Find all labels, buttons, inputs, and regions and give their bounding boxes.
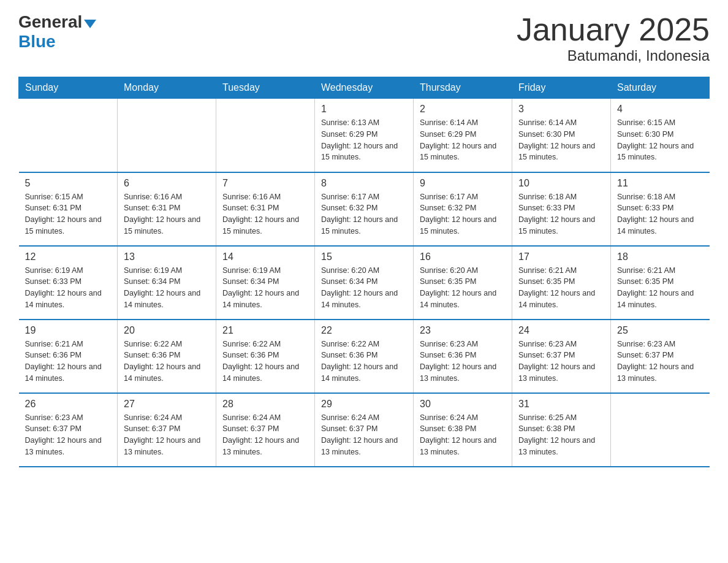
header-monday: Monday	[118, 77, 216, 99]
day-info: Sunrise: 6:19 AMSunset: 6:34 PMDaylight:…	[124, 265, 210, 311]
day-info: Sunrise: 6:20 AMSunset: 6:34 PMDaylight:…	[321, 265, 407, 311]
calendar-cell: 11Sunrise: 6:18 AMSunset: 6:33 PMDayligh…	[611, 172, 710, 246]
day-info: Sunrise: 6:23 AMSunset: 6:37 PMDaylight:…	[617, 339, 703, 385]
calendar-cell: 14Sunrise: 6:19 AMSunset: 6:34 PMDayligh…	[216, 246, 315, 320]
day-info: Sunrise: 6:18 AMSunset: 6:33 PMDaylight:…	[518, 191, 604, 237]
day-info: Sunrise: 6:23 AMSunset: 6:37 PMDaylight:…	[25, 412, 112, 458]
calendar-cell	[216, 99, 315, 172]
calendar-header-row: SundayMondayTuesdayWednesdayThursdayFrid…	[19, 77, 710, 99]
day-number: 30	[420, 399, 506, 410]
calendar-cell: 20Sunrise: 6:22 AMSunset: 6:36 PMDayligh…	[118, 320, 216, 393]
day-number: 9	[420, 178, 506, 189]
day-number: 31	[518, 399, 604, 410]
calendar-week-3: 12Sunrise: 6:19 AMSunset: 6:33 PMDayligh…	[19, 246, 710, 320]
day-number: 15	[321, 251, 407, 262]
day-info: Sunrise: 6:15 AMSunset: 6:31 PMDaylight:…	[25, 191, 112, 237]
day-info: Sunrise: 6:22 AMSunset: 6:36 PMDaylight:…	[222, 339, 308, 385]
calendar-week-5: 26Sunrise: 6:23 AMSunset: 6:37 PMDayligh…	[19, 393, 710, 467]
calendar-cell: 13Sunrise: 6:19 AMSunset: 6:34 PMDayligh…	[118, 246, 216, 320]
day-info: Sunrise: 6:20 AMSunset: 6:35 PMDaylight:…	[420, 265, 506, 311]
header-thursday: Thursday	[414, 77, 512, 99]
day-number: 24	[518, 325, 604, 336]
header-friday: Friday	[512, 77, 611, 99]
calendar-cell: 4Sunrise: 6:15 AMSunset: 6:30 PMDaylight…	[611, 99, 710, 172]
calendar-cell: 9Sunrise: 6:17 AMSunset: 6:32 PMDaylight…	[414, 172, 512, 246]
day-info: Sunrise: 6:14 AMSunset: 6:30 PMDaylight:…	[518, 117, 604, 163]
logo-general: General	[18, 12, 82, 32]
calendar-week-4: 19Sunrise: 6:21 AMSunset: 6:36 PMDayligh…	[19, 320, 710, 393]
day-number: 4	[617, 104, 703, 115]
logo: General Blue	[18, 12, 96, 52]
calendar-cell: 27Sunrise: 6:24 AMSunset: 6:37 PMDayligh…	[118, 393, 216, 467]
day-info: Sunrise: 6:15 AMSunset: 6:30 PMDaylight:…	[617, 117, 703, 163]
day-info: Sunrise: 6:23 AMSunset: 6:36 PMDaylight:…	[420, 339, 506, 385]
calendar-cell: 8Sunrise: 6:17 AMSunset: 6:32 PMDaylight…	[315, 172, 414, 246]
day-number: 5	[25, 178, 112, 189]
page-header: General Blue January 2025 Batumandi, Ind…	[18, 12, 710, 64]
day-info: Sunrise: 6:25 AMSunset: 6:38 PMDaylight:…	[518, 412, 604, 458]
day-number: 10	[518, 178, 604, 189]
calendar-cell: 15Sunrise: 6:20 AMSunset: 6:34 PMDayligh…	[315, 246, 414, 320]
day-number: 11	[617, 178, 703, 189]
day-number: 20	[124, 325, 210, 336]
day-info: Sunrise: 6:21 AMSunset: 6:35 PMDaylight:…	[617, 265, 703, 311]
calendar-title: January 2025	[517, 12, 710, 47]
day-number: 12	[25, 251, 112, 262]
calendar-cell: 5Sunrise: 6:15 AMSunset: 6:31 PMDaylight…	[19, 172, 118, 246]
day-info: Sunrise: 6:24 AMSunset: 6:37 PMDaylight:…	[222, 412, 308, 458]
day-number: 28	[222, 399, 308, 410]
calendar-week-2: 5Sunrise: 6:15 AMSunset: 6:31 PMDaylight…	[19, 172, 710, 246]
calendar-cell: 12Sunrise: 6:19 AMSunset: 6:33 PMDayligh…	[19, 246, 118, 320]
day-number: 3	[518, 104, 604, 115]
calendar-cell: 2Sunrise: 6:14 AMSunset: 6:29 PMDaylight…	[414, 99, 512, 172]
day-number: 18	[617, 251, 703, 262]
calendar-cell: 22Sunrise: 6:22 AMSunset: 6:36 PMDayligh…	[315, 320, 414, 393]
calendar-cell	[611, 393, 710, 467]
day-info: Sunrise: 6:24 AMSunset: 6:37 PMDaylight:…	[124, 412, 210, 458]
calendar-table: SundayMondayTuesdayWednesdayThursdayFrid…	[18, 77, 710, 467]
header-wednesday: Wednesday	[315, 77, 414, 99]
day-number: 13	[124, 251, 210, 262]
calendar-cell	[19, 99, 118, 172]
day-number: 17	[518, 251, 604, 262]
day-info: Sunrise: 6:23 AMSunset: 6:37 PMDaylight:…	[518, 339, 604, 385]
calendar-cell: 29Sunrise: 6:24 AMSunset: 6:37 PMDayligh…	[315, 393, 414, 467]
calendar-cell: 24Sunrise: 6:23 AMSunset: 6:37 PMDayligh…	[512, 320, 611, 393]
calendar-week-1: 1Sunrise: 6:13 AMSunset: 6:29 PMDaylight…	[19, 99, 710, 172]
day-info: Sunrise: 6:24 AMSunset: 6:38 PMDaylight:…	[420, 412, 506, 458]
logo-blue: Blue	[18, 32, 56, 51]
day-info: Sunrise: 6:14 AMSunset: 6:29 PMDaylight:…	[420, 117, 506, 163]
title-block: January 2025 Batumandi, Indonesia	[517, 12, 710, 64]
day-info: Sunrise: 6:21 AMSunset: 6:35 PMDaylight:…	[518, 265, 604, 311]
calendar-cell	[118, 99, 216, 172]
day-info: Sunrise: 6:22 AMSunset: 6:36 PMDaylight:…	[321, 339, 407, 385]
day-number: 1	[321, 104, 407, 115]
day-info: Sunrise: 6:19 AMSunset: 6:33 PMDaylight:…	[25, 265, 112, 311]
calendar-cell: 30Sunrise: 6:24 AMSunset: 6:38 PMDayligh…	[414, 393, 512, 467]
calendar-cell: 28Sunrise: 6:24 AMSunset: 6:37 PMDayligh…	[216, 393, 315, 467]
day-number: 14	[222, 251, 308, 262]
day-info: Sunrise: 6:22 AMSunset: 6:36 PMDaylight:…	[124, 339, 210, 385]
calendar-cell: 17Sunrise: 6:21 AMSunset: 6:35 PMDayligh…	[512, 246, 611, 320]
day-number: 26	[25, 399, 112, 410]
day-info: Sunrise: 6:21 AMSunset: 6:36 PMDaylight:…	[25, 339, 112, 385]
calendar-cell: 26Sunrise: 6:23 AMSunset: 6:37 PMDayligh…	[19, 393, 118, 467]
calendar-subtitle: Batumandi, Indonesia	[517, 47, 710, 64]
day-info: Sunrise: 6:16 AMSunset: 6:31 PMDaylight:…	[222, 191, 308, 237]
calendar-cell: 25Sunrise: 6:23 AMSunset: 6:37 PMDayligh…	[611, 320, 710, 393]
day-number: 25	[617, 325, 703, 336]
day-number: 2	[420, 104, 506, 115]
day-info: Sunrise: 6:17 AMSunset: 6:32 PMDaylight:…	[420, 191, 506, 237]
header-saturday: Saturday	[611, 77, 710, 99]
calendar-cell: 3Sunrise: 6:14 AMSunset: 6:30 PMDaylight…	[512, 99, 611, 172]
calendar-cell: 23Sunrise: 6:23 AMSunset: 6:36 PMDayligh…	[414, 320, 512, 393]
day-info: Sunrise: 6:17 AMSunset: 6:32 PMDaylight:…	[321, 191, 407, 237]
day-number: 21	[222, 325, 308, 336]
calendar-cell: 19Sunrise: 6:21 AMSunset: 6:36 PMDayligh…	[19, 320, 118, 393]
calendar-cell: 7Sunrise: 6:16 AMSunset: 6:31 PMDaylight…	[216, 172, 315, 246]
day-info: Sunrise: 6:24 AMSunset: 6:37 PMDaylight:…	[321, 412, 407, 458]
day-number: 29	[321, 399, 407, 410]
calendar-cell: 1Sunrise: 6:13 AMSunset: 6:29 PMDaylight…	[315, 99, 414, 172]
calendar-cell: 31Sunrise: 6:25 AMSunset: 6:38 PMDayligh…	[512, 393, 611, 467]
day-number: 8	[321, 178, 407, 189]
